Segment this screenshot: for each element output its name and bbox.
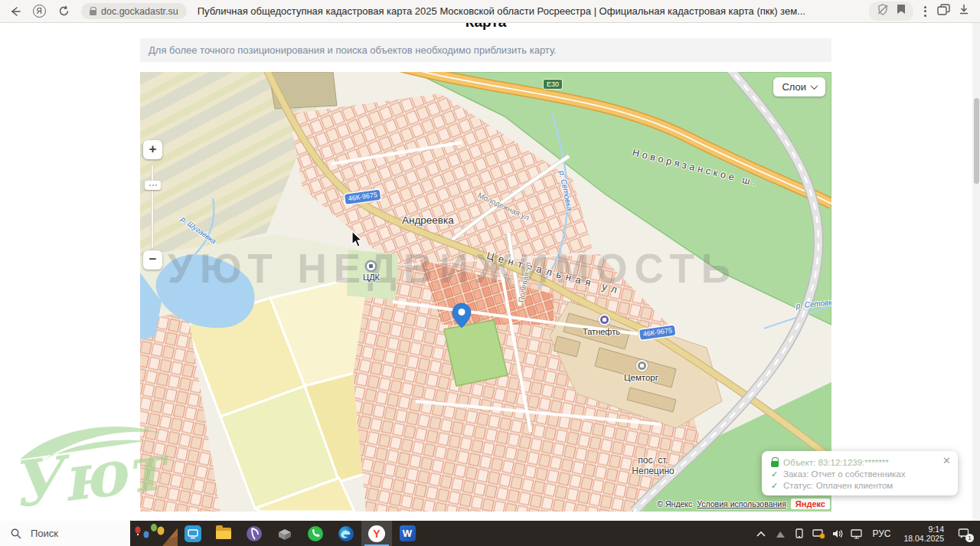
taskbar-app-edge[interactable] xyxy=(331,521,361,546)
chevron-down-icon xyxy=(811,82,818,90)
station-label: пос. ст. Непецино xyxy=(621,455,685,476)
popup-order-line: Заказ: Отчет о собственниках xyxy=(783,469,906,480)
page-scrollbar[interactable] xyxy=(972,23,980,521)
poi-label-cdk: ЦДК xyxy=(363,273,380,282)
browser-toolbar: Я doc.gockadastr.su Публичная общедоступ… xyxy=(0,0,980,23)
taskbar-app-word[interactable]: W xyxy=(392,521,423,546)
taskbar-search[interactable]: Поиск xyxy=(0,521,130,546)
zoom-in-button[interactable]: + xyxy=(143,140,162,159)
bookmark-icon[interactable] xyxy=(897,4,906,18)
url-text: doc.gockadastr.su xyxy=(101,6,178,17)
toolbar-capsule xyxy=(869,2,913,21)
zoom-slider-handle[interactable] xyxy=(145,181,161,190)
folder-icon xyxy=(216,528,231,539)
protect-disabled-icon[interactable] xyxy=(877,4,889,18)
taskbar-app-taskview[interactable] xyxy=(178,521,208,546)
refresh-icon[interactable] xyxy=(54,3,74,20)
back-icon[interactable] xyxy=(5,3,24,20)
taskbar-app-gray[interactable] xyxy=(270,521,300,546)
lock-icon-green xyxy=(771,461,779,467)
station-label-line2: Непецино xyxy=(621,466,685,476)
zoom-slider-track[interactable] xyxy=(151,165,154,249)
tabs-icon[interactable] xyxy=(937,4,951,19)
windows-taskbar: Поиск Y xyxy=(0,521,980,546)
clock-time: 9:14 xyxy=(903,525,944,534)
town-label: Андреевка xyxy=(402,214,454,226)
notification-center-icon[interactable]: 1 xyxy=(954,525,974,543)
map-hint-text: Для более точного позиционирования и пои… xyxy=(140,38,831,62)
clock-date: 18.04.2025 xyxy=(903,534,944,543)
yandex-logo[interactable]: Яндекс xyxy=(791,499,830,509)
search-icon xyxy=(11,528,21,539)
route-e30-badge: E30 xyxy=(544,80,562,89)
taskbar-app-explorer[interactable] xyxy=(208,521,239,546)
weather-widget[interactable] xyxy=(130,521,178,546)
poi-icon-cdk[interactable] xyxy=(365,260,377,272)
address-bar[interactable]: doc.gockadastr.su xyxy=(81,3,187,19)
scrollbar-thumb[interactable] xyxy=(974,98,979,184)
map-canvas[interactable] xyxy=(140,72,831,512)
agency-watermark: УЮТ НЕДВИЖИМОСТЬ xyxy=(168,245,737,292)
tray-network-icon[interactable] xyxy=(850,527,864,541)
layers-button[interactable]: Слои xyxy=(773,77,825,96)
profile-glyph: Я xyxy=(33,5,46,18)
profile-icon[interactable]: Я xyxy=(29,3,49,20)
agency-logo: Уют xyxy=(9,418,176,527)
station-label-line1: пос. ст. xyxy=(621,455,685,466)
menu-icon[interactable] xyxy=(921,6,929,17)
cadastral-map[interactable]: УЮТ НЕДВИЖИМОСТЬ 46К-9675 46К-9675 E30 А… xyxy=(140,72,831,512)
zoom-out-button[interactable]: − xyxy=(143,250,162,270)
taskbar-clock[interactable]: 9:14 18.04.2025 xyxy=(899,525,949,543)
lock-icon xyxy=(90,10,96,15)
agency-logo-text: Уют xyxy=(9,430,174,522)
taskbar-app-whatsapp[interactable] xyxy=(300,521,331,546)
check-icon: ✓ xyxy=(771,469,779,480)
tray-volume-icon[interactable] xyxy=(831,527,844,541)
order-status-popup: Объект: 83:12:1239:******* ✓ Заказ: Отче… xyxy=(762,451,958,495)
tray-device-icon[interactable] xyxy=(792,527,806,541)
poi-label-tatneft: Татнефть xyxy=(583,327,620,336)
tray-screen-notify-icon[interactable] xyxy=(812,527,825,541)
popup-object-line: Объект: 83:12:1239:******* xyxy=(783,457,889,469)
notification-badge: 1 xyxy=(965,534,974,542)
yandex-browser-icon: Y xyxy=(368,525,385,542)
map-copyright: © Яндекс xyxy=(657,499,692,508)
tray-chevron-up-icon[interactable] xyxy=(754,527,768,541)
tray-cloud-icon[interactable] xyxy=(773,527,787,541)
taskbar-app-yandex-browser[interactable]: Y xyxy=(361,521,392,546)
terms-of-use-link[interactable]: Условия использования xyxy=(697,499,786,508)
popup-status-line: Статус: Оплачен клиентом xyxy=(783,480,893,492)
poi-icon-cemtorg[interactable] xyxy=(636,360,648,371)
layers-button-label: Слои xyxy=(782,81,806,93)
close-icon[interactable]: ✕ xyxy=(942,455,951,466)
poi-icon-tatneft[interactable] xyxy=(599,314,610,325)
check-icon: ✓ xyxy=(771,480,779,492)
search-placeholder: Поиск xyxy=(31,528,58,539)
page-tab-title: Публичная общедоступная кадастровая карт… xyxy=(198,5,805,17)
poi-label-cemtorg: Цемторг xyxy=(624,373,658,382)
taskbar-app-bittorrent[interactable] xyxy=(239,521,270,546)
word-icon: W xyxy=(400,525,416,541)
language-indicator[interactable]: РУС xyxy=(869,528,893,539)
download-icon[interactable] xyxy=(959,4,969,18)
